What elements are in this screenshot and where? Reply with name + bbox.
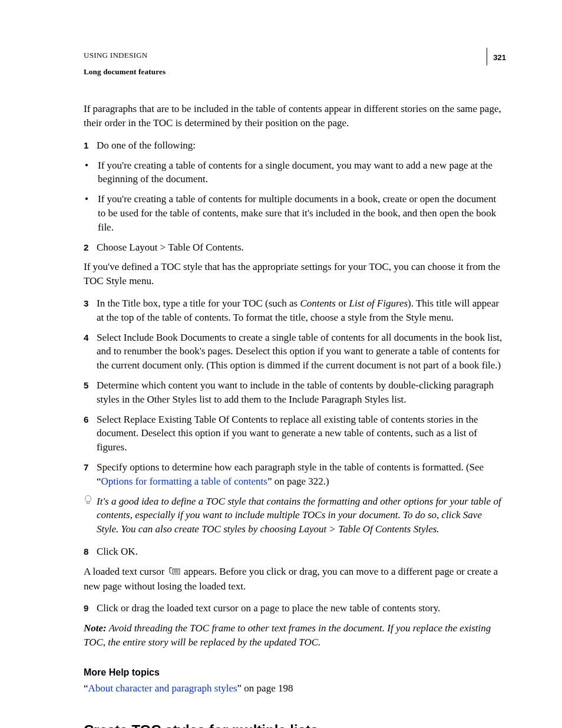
options-formatting-link[interactable]: Options for formatting a table of conten… — [101, 476, 267, 487]
step-9: 9 Click or drag the loaded text cursor o… — [84, 601, 506, 615]
tip-text: It's a good idea to define a TOC style t… — [97, 495, 506, 536]
step-1: 1 Do one of the following: — [84, 139, 506, 153]
note-paragraph: Note: Avoid threading the TOC frame to o… — [84, 621, 506, 650]
step-text: Choose Layout > Table Of Contents. — [97, 241, 506, 255]
step-text: Click OK. — [97, 545, 506, 559]
step-number: 1 — [84, 139, 97, 153]
bullet-icon: • — [84, 192, 98, 234]
step-number: 3 — [84, 297, 97, 325]
step-text: Do one of the following: — [97, 139, 506, 153]
step-text: In the Title box, type a title for your … — [97, 297, 506, 325]
step-6: 6 Select Replace Existing Table Of Conte… — [84, 413, 506, 454]
lightbulb-icon — [84, 495, 97, 536]
section-heading: Create TOC styles for multiple lists — [84, 720, 506, 728]
steps-list: 8 Click OK. — [84, 545, 506, 559]
step-number: 5 — [84, 378, 97, 407]
step-text: Determine which content you want to incl… — [97, 378, 506, 407]
about-character-paragraph-styles-link[interactable]: About character and paragraph styles — [88, 683, 237, 694]
steps-list: 3 In the Title box, type a title for you… — [84, 297, 506, 489]
bullet-item: • If you're creating a table of contents… — [84, 159, 506, 187]
step-number: 9 — [84, 601, 97, 615]
step-number: 6 — [84, 413, 97, 454]
paragraph: If you've defined a TOC style that has t… — [84, 260, 506, 288]
step-2: 2 Choose Layout > Table Of Contents. — [84, 241, 506, 255]
paragraph: A loaded text cursor appears. Before you… — [84, 565, 506, 594]
step-3: 3 In the Title box, type a title for you… — [84, 297, 506, 325]
steps-list: 2 Choose Layout > Table Of Contents. — [84, 241, 506, 255]
step-text: Select Replace Existing Table Of Content… — [97, 413, 506, 454]
bullet-text: If you're creating a table of contents f… — [98, 192, 506, 234]
step-text: Specify options to determine how each pa… — [97, 460, 506, 489]
page-number-wrap: 321 — [487, 50, 506, 65]
step-number: 2 — [84, 241, 97, 255]
step-5: 5 Determine which content you want to in… — [84, 378, 506, 407]
section-name: Long document features — [84, 67, 506, 77]
step-4: 4 Select Include Book Documents to creat… — [84, 331, 506, 373]
step-text: Select Include Book Documents to create … — [97, 331, 506, 373]
substep-bullets: • If you're creating a table of contents… — [84, 159, 506, 235]
more-help-line: “About character and paragraph styles” o… — [84, 681, 506, 696]
more-help-heading: More Help topics — [84, 666, 506, 679]
step-8: 8 Click OK. — [84, 545, 506, 559]
page-number-divider — [487, 48, 487, 65]
page-number: 321 — [493, 52, 506, 63]
tip-block: It's a good idea to define a TOC style t… — [84, 495, 506, 536]
svg-rect-2 — [173, 569, 180, 574]
loaded-text-cursor-icon — [168, 565, 180, 579]
step-number: 7 — [84, 460, 97, 489]
bullet-text: If you're creating a table of contents f… — [98, 159, 506, 187]
bullet-icon: • — [84, 159, 98, 187]
step-number: 8 — [84, 545, 97, 559]
steps-list: 1 Do one of the following: — [84, 139, 506, 153]
bullet-item: • If you're creating a table of contents… — [84, 192, 506, 234]
step-number: 4 — [84, 331, 97, 373]
svg-point-0 — [85, 495, 91, 502]
steps-list: 9 Click or drag the loaded text cursor o… — [84, 601, 506, 615]
step-7: 7 Specify options to determine how each … — [84, 460, 506, 489]
intro-paragraph: If paragraphs that are to be included in… — [84, 102, 506, 130]
page: USING INDESIGN 321 Long document feature… — [0, 0, 562, 728]
doc-title: USING INDESIGN — [84, 50, 148, 61]
step-text: Click or drag the loaded text cursor on … — [97, 601, 506, 615]
page-header: USING INDESIGN 321 — [84, 50, 506, 65]
